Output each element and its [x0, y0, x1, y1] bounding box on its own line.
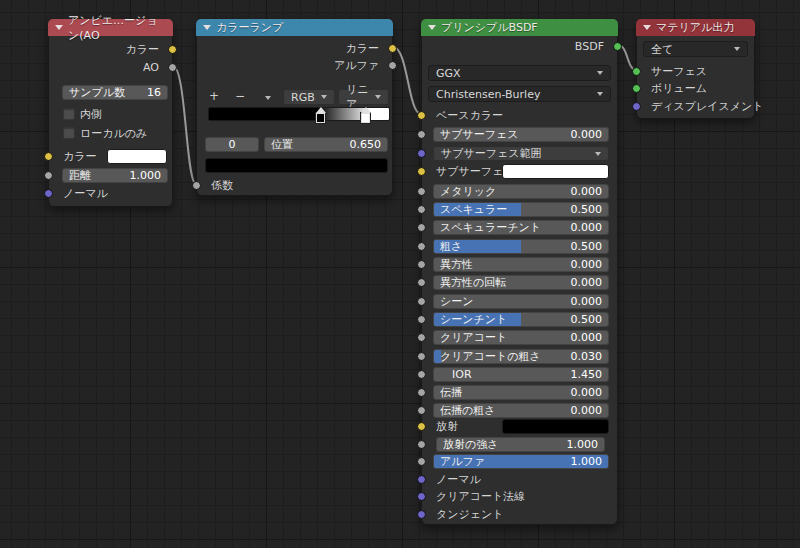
row-value: 0.000 [571, 386, 603, 399]
socket-in-sheen-tint[interactable] [417, 315, 426, 324]
socket-in-alpha[interactable] [417, 457, 426, 466]
stop-index-value: 0 [229, 138, 236, 151]
socket-out-color[interactable] [168, 45, 177, 54]
ramp-menu-button[interactable] [259, 89, 277, 104]
socket-out-alpha[interactable] [388, 61, 397, 70]
socket-in-color[interactable] [44, 152, 53, 161]
collapse-triangle-icon[interactable] [428, 25, 436, 30]
socket-in-clearcoat-roughness[interactable] [417, 352, 426, 361]
ramp-stop-handle[interactable] [361, 113, 370, 123]
distribution-dropdown[interactable]: GGX [428, 65, 611, 81]
ramp-stop-handle-active[interactable] [316, 113, 325, 123]
socket-in-ior[interactable] [417, 370, 426, 379]
row-label: 異方性の回転 [440, 275, 506, 290]
subsurface-radius-dropdown[interactable]: サブサーフェス範囲 [433, 146, 609, 161]
transmission-roughness-slider[interactable]: 伝播の粗さ 0.000 [433, 403, 609, 418]
socket-in-distance[interactable] [44, 171, 53, 180]
collapse-triangle-icon[interactable] [203, 25, 211, 30]
row-value: 0.500 [571, 203, 603, 216]
target-dropdown[interactable]: 全て [643, 41, 748, 57]
node-header-ramp[interactable]: カラーランプ [196, 19, 393, 36]
node-editor-canvas: アンビエ…ージョン(AO カラー AO サンプル数 16 内側 ローカルのみ カ… [0, 0, 800, 548]
socket-out-ao[interactable] [168, 63, 177, 72]
distance-field[interactable]: 距離 1.000 [62, 168, 168, 183]
socket-in-clearcoat[interactable] [417, 333, 426, 342]
stop-index-field[interactable]: 0 [205, 137, 259, 152]
socket-in-transmission[interactable] [417, 388, 426, 397]
transmission-slider[interactable]: 伝播 0.000 [433, 385, 609, 400]
inside-checkbox[interactable] [63, 108, 75, 120]
socket-in-surface[interactable] [632, 67, 641, 76]
socket-in-normal[interactable] [44, 189, 53, 198]
node-header-output[interactable]: マテリアル出力 [636, 19, 755, 36]
active-stop-color-swatch[interactable] [205, 158, 388, 173]
emission-color-swatch[interactable] [502, 419, 609, 434]
socket-in-emission[interactable] [417, 422, 426, 431]
socket-in-tangent[interactable] [417, 510, 426, 519]
socket-in-emission-strength[interactable] [417, 440, 426, 449]
node-material-output[interactable]: マテリアル出力 全て サーフェス ボリューム ディスプレイスメント [636, 19, 755, 119]
node-color-ramp[interactable]: カラーランプ カラー アルファ + − RGB リニア 0 位置 0.650 係… [196, 19, 393, 196]
socket-in-roughness[interactable] [417, 242, 426, 251]
socket-in-subsurface-radius[interactable] [417, 149, 426, 158]
socket-in-base-color[interactable] [417, 111, 426, 120]
only-local-checkbox[interactable] [63, 127, 75, 139]
alpha-slider[interactable]: アルファ 1.000 [433, 454, 609, 469]
remove-stop-button[interactable]: − [231, 89, 249, 104]
socket-in-anisotropic[interactable] [417, 260, 426, 269]
socket-in-volume[interactable] [632, 84, 641, 93]
specular-tint-slider[interactable]: スペキュラーチント 0.000 [433, 220, 609, 235]
socket-in-transmission-roughness[interactable] [417, 406, 426, 415]
row-label: シーン [440, 294, 474, 309]
row-value: 0.000 [571, 404, 603, 417]
anisotropic-slider[interactable]: 異方性 0.000 [433, 257, 609, 272]
socket-in-subsurface-color[interactable] [417, 167, 426, 176]
anisotropic-rotation-slider[interactable]: 異方性の回転 0.000 [433, 275, 609, 290]
factor-input-label: 係数 [211, 178, 233, 193]
sheen-tint-slider[interactable]: シーンチント 0.500 [433, 312, 609, 327]
socket-in-normal[interactable] [417, 475, 426, 484]
metallic-slider[interactable]: メタリック 0.000 [433, 184, 609, 199]
add-stop-button[interactable]: + [205, 89, 223, 104]
node-principled-bsdf[interactable]: プリンシプルBSDF BSDF GGX Christensen-Burley ベ… [421, 19, 618, 525]
socket-in-specular-tint[interactable] [417, 223, 426, 232]
socket-out-bsdf[interactable] [613, 42, 622, 51]
output-label-color: カラー [59, 42, 159, 57]
chevron-down-icon [597, 71, 603, 75]
row-label: メタリック [440, 184, 496, 199]
socket-in-metallic[interactable] [417, 187, 426, 196]
socket-in-anisotropic-rotation[interactable] [417, 278, 426, 287]
specular-slider[interactable]: スペキュラー 0.500 [433, 202, 609, 217]
samples-field[interactable]: サンプル数 16 [62, 85, 168, 100]
socket-in-specular[interactable] [417, 205, 426, 214]
interpolation-dropdown[interactable]: リニア [338, 89, 389, 105]
clearcoat-slider[interactable]: クリアコート 0.000 [433, 330, 609, 345]
gradient-ramp-bar[interactable] [208, 107, 390, 121]
collapse-triangle-icon[interactable] [643, 25, 651, 30]
socket-in-sheen[interactable] [417, 297, 426, 306]
stop-position-field[interactable]: 位置 0.650 [264, 137, 388, 152]
sss-method-dropdown[interactable]: Christensen-Burley [428, 86, 611, 102]
socket-in-fac[interactable] [192, 181, 201, 190]
socket-in-clearcoat-normal[interactable] [417, 492, 426, 501]
node-ambient-occlusion[interactable]: アンビエ…ージョン(AO カラー AO サンプル数 16 内側 ローカルのみ カ… [48, 19, 173, 207]
node-header-ao[interactable]: アンビエ…ージョン(AO [48, 19, 173, 36]
node-header-bsdf[interactable]: プリンシプルBSDF [421, 19, 618, 36]
roughness-slider[interactable]: 粗さ 0.500 [433, 239, 609, 254]
ior-slider[interactable]: IOR 1.450 [433, 367, 609, 382]
emission-strength-slider[interactable]: 放射の強さ 1.000 [436, 437, 605, 452]
clearcoat-roughness-slider[interactable]: クリアコートの粗さ 0.030 [433, 349, 609, 364]
socket-in-subsurface[interactable] [417, 130, 426, 139]
color-mode-value: RGB [291, 91, 315, 104]
color-mode-dropdown[interactable]: RGB [283, 89, 335, 105]
subsurface-slider[interactable]: サブサーフェス 0.000 [433, 127, 609, 142]
collapse-triangle-icon[interactable] [55, 25, 63, 30]
sheen-slider[interactable]: シーン 0.000 [433, 294, 609, 309]
row-value: 0.000 [571, 128, 603, 141]
subsurface-color-swatch[interactable] [502, 164, 609, 179]
sss-method-value: Christensen-Burley [436, 88, 540, 101]
color-swatch[interactable] [107, 149, 167, 164]
socket-out-color[interactable] [388, 44, 397, 53]
row-value: 0.000 [571, 258, 603, 271]
socket-in-displacement[interactable] [632, 102, 641, 111]
